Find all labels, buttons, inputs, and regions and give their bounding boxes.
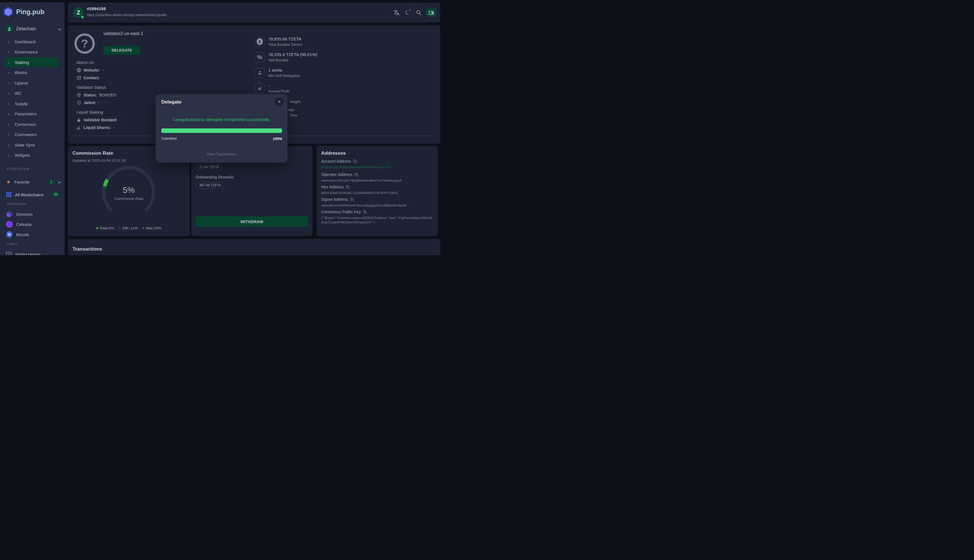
progress-stage: Submitted: [161, 137, 177, 141]
sidebar-item-wallet-helper[interactable]: ?! Wallet Helper: [0, 249, 65, 255]
wallet-icon: [429, 10, 434, 15]
validator-name: validator2-us-east-1: [103, 31, 143, 36]
address-label: Hex Address: [321, 185, 344, 189]
stat-label: Self Bonded: [268, 58, 317, 62]
consensus-pubkey-value: { "@type": "/cosmos.crypto.ed25519.PubKe…: [321, 215, 434, 225]
validator-bonded-label: Validator Bonded:: [84, 118, 117, 122]
sidebar-item-uptime[interactable]: ›Uptime: [5, 78, 58, 88]
sidebar-item-label: IBC: [15, 91, 22, 96]
copy-icon[interactable]: [346, 185, 349, 189]
sidebar-item-label: State Sync: [15, 143, 35, 147]
sidebar-item-governance[interactable]: ›Governance: [5, 47, 58, 57]
copy-icon[interactable]: [363, 210, 367, 214]
copy-icon[interactable]: [353, 160, 357, 163]
sidebar-item-celestia[interactable]: Celestia: [0, 219, 65, 229]
favorite-label: Favorite: [14, 180, 29, 184]
about-us-title: About Us: [77, 60, 94, 65]
sidebar-item-consensus[interactable]: ›Consensus: [5, 119, 58, 129]
sidebar-item-dashboard[interactable]: ›Dashboard: [5, 37, 58, 47]
sidebar-item-osmosis[interactable]: Osmosis: [0, 209, 65, 219]
sidebar-menu: ›Dashboard ›Governance ›Staking ›Blocks …: [5, 37, 58, 161]
status-label: Status:: [84, 93, 97, 97]
liquid-staking-title: Liquid Staking: [77, 110, 103, 115]
commission-amount-chip: 21.04 TZETA: [195, 164, 223, 170]
website-label: Website:: [84, 68, 100, 72]
osmosis-icon: [6, 211, 12, 217]
copy-icon[interactable]: [354, 173, 358, 177]
occluded-stat-fragment-time: Time: [289, 113, 297, 117]
transactions-title: Transactions: [72, 246, 102, 252]
tool-label: Wallet Helper: [15, 252, 40, 255]
chevron-right-icon: ›: [8, 60, 10, 65]
app-logo[interactable]: Ping.pub: [0, 2, 65, 17]
chevron-right-icon: ›: [8, 132, 10, 137]
chevron-right-icon: ›: [8, 40, 10, 44]
wallet-button[interactable]: [426, 8, 436, 17]
account-address-link[interactable]: zeta15ruj2tc76pnj9xtw64utktee7cc7w6vzaes…: [321, 165, 434, 169]
withdraw-button[interactable]: WITHDRAW: [195, 217, 308, 227]
copy-icon[interactable]: [350, 198, 354, 202]
chevron-down-icon: [58, 180, 61, 183]
chat-help-icon: ?!: [6, 252, 12, 255]
sidebar-item-state-sync[interactable]: ›State Sync: [5, 140, 58, 150]
sidebar-item-label: Supply: [15, 101, 28, 106]
sponsor-label: Osmosis: [16, 212, 33, 217]
sidebar-item-blocks[interactable]: ›Blocks: [5, 68, 58, 77]
website-value: -: [102, 68, 104, 72]
legend-dot-max: [142, 227, 144, 229]
stat-label: Min Self Delegation: [268, 73, 300, 78]
sponsor-label: Becole: [16, 232, 29, 237]
chevron-right-icon: ›: [8, 112, 10, 116]
modal-title: Delegate: [161, 99, 181, 105]
address-label: Signer Address: [321, 197, 348, 202]
addresses-card: Addresses Account Address zeta15ruj2tc76…: [317, 146, 438, 236]
sidebar-item-staking[interactable]: ›Staking: [5, 57, 58, 67]
chevron-up-icon: [58, 28, 61, 31]
liquid-shares-label: Liquid Shares:: [84, 125, 111, 130]
zetachain-icon: Z: [6, 25, 13, 33]
sidebar-item-cosmwasm[interactable]: ›Cosmwasm: [5, 130, 58, 140]
endpoint-header-card: Z #2894188 https://zetachain-athens.bloc…: [68, 3, 440, 23]
section-tools: TOOLS: [7, 242, 19, 246]
sidebar-item-ibc[interactable]: ›IBC: [5, 88, 58, 98]
sidebar-item-favorite[interactable]: ★ Favorite 2: [0, 177, 65, 187]
sidebar-item-parameters[interactable]: ›Parameters: [5, 109, 58, 119]
addresses-title: Addresses: [321, 150, 346, 156]
sponsor-label: Celestia: [16, 222, 32, 227]
sidebar: Ping.pub Z Zetachain ›Dashboard ›Governa…: [0, 2, 65, 255]
sidebar-item-widgets[interactable]: ›Widgets: [5, 150, 58, 160]
stat-value: 79,855.56 TZETA: [268, 37, 302, 41]
jailed-label: Jailed:: [84, 100, 96, 105]
dark-mode-moon-icon[interactable]: ☾ ★: [404, 9, 411, 16]
stat-label: Annual Profit: [268, 89, 289, 93]
block-height[interactable]: #2894188: [87, 6, 106, 11]
view-transaction-link[interactable]: View Transaction: [155, 152, 287, 157]
sidebar-item-supply[interactable]: ›Supply: [5, 99, 58, 108]
legend-dot-rate: [96, 227, 98, 229]
hex-address-value: BE5F1D9A76F4604C1114404248EF13D1FFF72A33: [321, 191, 434, 195]
delegate-button[interactable]: DELEGATE: [103, 46, 140, 55]
chevron-right-icon: ›: [8, 153, 10, 157]
stat-label: Total Bonded Tokens: [268, 42, 302, 47]
legend-label: Rate:5%: [100, 226, 114, 230]
endpoint-url: https://zetachain-athens.blockpi.network…: [87, 13, 167, 17]
translate-icon[interactable]: [393, 9, 400, 16]
celestia-icon: [6, 221, 12, 227]
search-icon[interactable]: [415, 9, 422, 16]
chevron-right-icon: ›: [8, 91, 10, 95]
delegate-modal: Delegate ✕ Congratulations! delegate com…: [155, 94, 287, 163]
sidebar-item-label: Blocks: [15, 70, 27, 75]
lock-icon: [77, 118, 81, 122]
stat-value: -: [268, 83, 289, 88]
sidebar-chain-zetachain[interactable]: Z Zetachain: [0, 17, 65, 33]
sidebar-item-label: Uptime: [15, 81, 28, 85]
validator-status-title: Validator Status: [77, 85, 106, 90]
sidebar-item-becole[interactable]: B Becole: [0, 229, 65, 240]
app-title: Ping.pub: [16, 8, 44, 16]
star-icon: ★: [6, 179, 10, 185]
liquid-shares-value: -: [113, 125, 115, 130]
close-icon[interactable]: ✕: [275, 97, 284, 106]
sidebar-item-all-blockchains[interactable]: All Blockchains 50: [0, 190, 65, 200]
favorite-count-badge: 2: [48, 179, 55, 184]
gauge-center-value: 5%: [98, 185, 160, 195]
